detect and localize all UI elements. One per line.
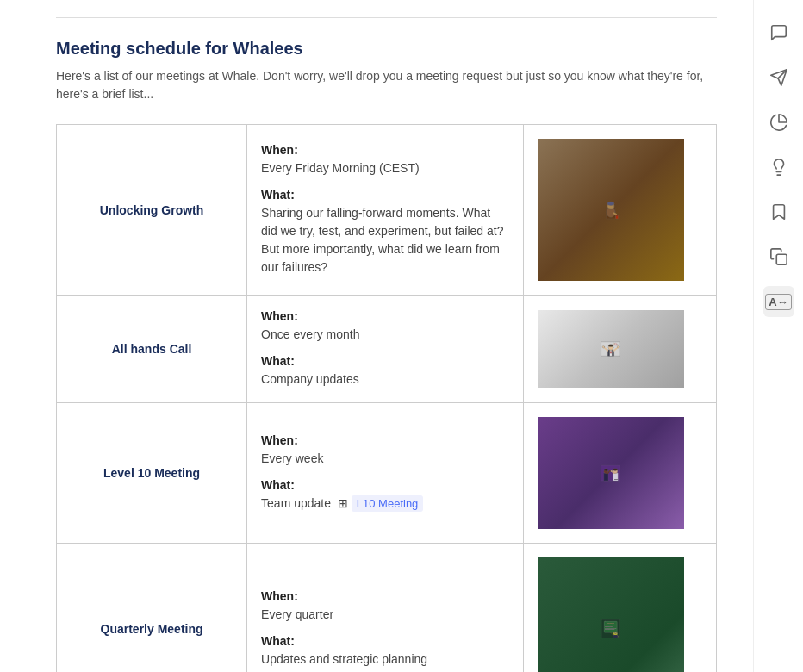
what-label-3: What: [261, 478, 509, 492]
when-value-2: Once every month [261, 326, 509, 344]
what-value-2: Company updates [261, 370, 509, 389]
meeting-name-quarterly: Quarterly Meeting [57, 544, 247, 673]
gif-all-hands [538, 310, 684, 388]
gif-unlocking-growth [538, 139, 684, 281]
bookmark-icon [769, 202, 788, 221]
when-value-4: Every quarter [261, 606, 509, 624]
copy-sidebar-icon[interactable] [763, 241, 794, 272]
meeting-details-quarterly: When: Every quarter What: Updates and st… [247, 544, 524, 673]
svg-point-22 [602, 346, 605, 349]
gif-quarterly: STRATEGY 1. REFUSE TO PAY WORKERS FAIRLY… [538, 557, 684, 672]
when-label-3: When: [261, 433, 509, 447]
main-content: Meeting schedule for Whalees Here's a li… [0, 0, 751, 672]
send-icon [769, 68, 788, 87]
svg-point-8 [607, 202, 614, 205]
meeting-details-all-hands: When: Once every month What: Company upd… [247, 296, 524, 403]
chart-sidebar-icon[interactable] [763, 107, 794, 138]
bookmark-sidebar-icon[interactable] [763, 196, 794, 227]
meeting-details-level-10: When: Every week What: Team update ⊞ L10… [247, 403, 524, 544]
what-label-1: What: [261, 188, 509, 202]
when-label-4: When: [261, 589, 509, 603]
svg-point-34 [610, 470, 612, 472]
when-value-3: Every week [261, 450, 509, 468]
when-label-1: When: [261, 143, 509, 157]
meeting-name-all-hands: All hands Call [57, 296, 247, 403]
meeting-image-level-10: peacock [523, 403, 716, 544]
chat-sidebar-icon[interactable] [763, 17, 794, 48]
meetings-table: Unlocking Growth When: Every Friday Morn… [56, 124, 717, 672]
svg-point-13 [616, 344, 618, 345]
svg-point-19 [608, 345, 613, 347]
right-sidebar: A↔ [753, 0, 803, 672]
what-value-3: Team update ⊞ L10 Meeting [261, 495, 509, 513]
top-divider [56, 17, 717, 18]
svg-point-27 [603, 469, 607, 471]
meeting-name-unlocking-growth: Unlocking Growth [57, 125, 247, 296]
table-row: All hands Call When: Once every month Wh… [57, 296, 717, 403]
table-row: Level 10 Meeting When: Every week What: … [57, 403, 717, 544]
page-title: Meeting schedule for Whalees [56, 39, 717, 59]
svg-rect-10 [615, 215, 618, 215]
what-label-2: What: [261, 354, 509, 368]
what-label-4: What: [261, 634, 509, 648]
send-sidebar-icon[interactable] [763, 62, 794, 93]
when-value-1: Every Friday Morning (CEST) [261, 159, 509, 177]
svg-point-48 [614, 632, 615, 633]
gif-level-10: peacock [538, 417, 684, 529]
table-row: Unlocking Growth When: Every Friday Morn… [57, 125, 717, 296]
svg-text:peacock: peacock [614, 479, 619, 480]
chart-icon [769, 113, 788, 132]
when-label-2: When: [261, 309, 509, 323]
svg-point-32 [613, 469, 618, 471]
svg-point-50 [615, 633, 616, 634]
meeting-image-unlocking-growth [523, 125, 716, 296]
what-value-1: Sharing our falling-forward moments. Wha… [261, 204, 509, 277]
l10-meeting-link[interactable]: L10 Meeting [352, 495, 424, 512]
table-row: Quarterly Meeting When: Every quarter Wh… [57, 544, 717, 673]
chat-icon [769, 23, 788, 42]
svg-rect-51 [613, 635, 617, 638]
az-label: A↔ [765, 294, 791, 310]
svg-point-23 [617, 346, 619, 349]
bulb-sidebar-icon[interactable] [763, 152, 794, 183]
svg-point-29 [609, 470, 611, 472]
bulb-icon [769, 158, 788, 177]
svg-point-14 [613, 343, 614, 345]
meeting-name-level-10: Level 10 Meeting [57, 403, 247, 544]
what-value-4: Updates and strategic planning [261, 650, 509, 669]
link-icon-wrapper: ⊞ [338, 496, 348, 510]
svg-rect-25 [603, 473, 607, 481]
svg-rect-4 [776, 254, 787, 264]
svg-point-49 [616, 632, 617, 633]
az-sidebar-icon[interactable]: A↔ [763, 286, 794, 317]
copy-icon [769, 247, 788, 266]
meeting-image-quarterly: STRATEGY 1. REFUSE TO PAY WORKERS FAIRLY… [523, 544, 716, 673]
meeting-image-all-hands [523, 296, 716, 403]
meeting-details-unlocking-growth: When: Every Friday Morning (CEST) What: … [247, 125, 524, 296]
page-description: Here's a list of our meetings at Whale. … [56, 67, 711, 103]
